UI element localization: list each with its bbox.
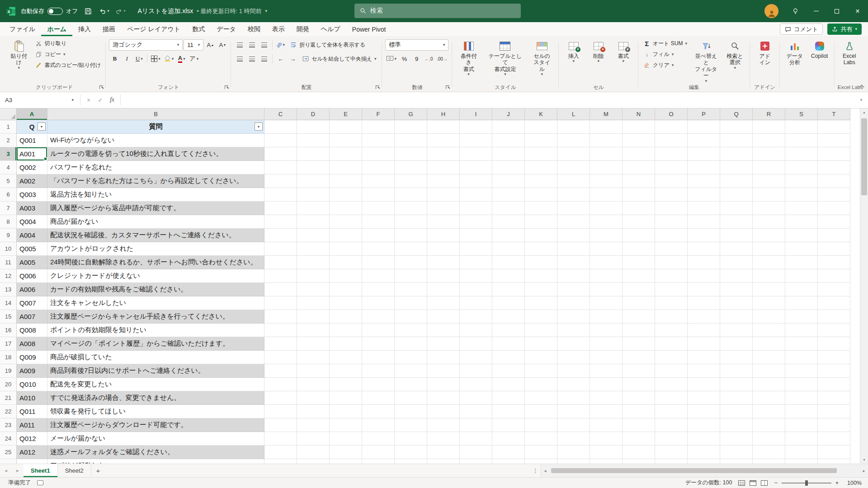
cell-C15[interactable] xyxy=(264,310,297,324)
cell-S16[interactable] xyxy=(785,324,818,337)
font-name-select[interactable]: 游ゴシック ▾ xyxy=(109,39,183,51)
cell-R14[interactable] xyxy=(753,296,785,310)
cell-K13[interactable] xyxy=(525,283,557,296)
conditional-formatting-button[interactable]: 条件付き 書式 ▾ xyxy=(455,38,482,76)
cell-R3[interactable] xyxy=(753,147,785,161)
formula-bar-expand-button[interactable]: ▾ xyxy=(854,98,868,102)
cell-C9[interactable] xyxy=(264,229,297,242)
cell-H19[interactable] xyxy=(427,364,460,378)
cell-R11[interactable] xyxy=(753,256,785,269)
row-header-15[interactable]: 15 xyxy=(0,310,17,324)
cell-D25[interactable] xyxy=(297,446,330,459)
cell-K16[interactable] xyxy=(525,324,557,337)
cell-N5[interactable] xyxy=(623,174,655,188)
increase-decimal-button[interactable]: ←.0 xyxy=(423,53,434,65)
cell-G15[interactable] xyxy=(395,310,427,324)
row-header-4[interactable]: 4 xyxy=(0,161,17,174)
font-dialog-launcher[interactable] xyxy=(225,85,229,89)
cell-D13[interactable] xyxy=(297,283,330,296)
cell-R19[interactable] xyxy=(753,364,785,378)
cell-G25[interactable] xyxy=(395,446,427,459)
row-header-12[interactable]: 12 xyxy=(0,269,17,283)
cell-T1[interactable] xyxy=(818,120,850,134)
tab-Power-Pivot[interactable]: Power Pivot xyxy=(346,22,392,36)
wrap-text-button[interactable]: 折り返して全体を表示する xyxy=(287,39,368,51)
page-break-view-button[interactable] xyxy=(761,480,768,486)
cell-Q4[interactable] xyxy=(720,161,753,174)
cell-O10[interactable] xyxy=(655,242,688,256)
tab-ページ-レイアウト[interactable]: ページ レイアウト xyxy=(121,22,186,36)
cell-T18[interactable] xyxy=(818,351,850,364)
cell-C20[interactable] xyxy=(264,378,297,391)
cell-S8[interactable] xyxy=(785,215,818,229)
cell-S21[interactable] xyxy=(785,391,818,405)
cell-N2[interactable] xyxy=(623,134,655,147)
excel-labs-button[interactable]: Excel Labs xyxy=(838,38,861,66)
cell-B4[interactable]: パスワードを忘れた xyxy=(47,161,264,174)
cell-G26[interactable] xyxy=(395,459,427,464)
cell-E5[interactable] xyxy=(330,174,362,188)
cell-S1[interactable] xyxy=(785,120,818,134)
cell-styles-button[interactable]: セルの スタイル ▾ xyxy=(528,38,556,76)
zoom-level[interactable]: 100% xyxy=(843,480,862,486)
select-all-button[interactable] xyxy=(0,108,17,120)
font-size-select[interactable]: 11 ▾ xyxy=(184,39,203,51)
share-button[interactable]: 共有 ▾ xyxy=(827,23,862,35)
tab-データ[interactable]: データ xyxy=(211,22,242,36)
cell-F21[interactable] xyxy=(362,391,395,405)
tab-校閲[interactable]: 校閲 xyxy=(242,22,266,36)
cell-T22[interactable] xyxy=(818,405,850,418)
cell-T4[interactable] xyxy=(818,161,850,174)
cell-I6[interactable] xyxy=(460,188,492,202)
cut-button[interactable]: 切り取り xyxy=(33,38,103,49)
document-title[interactable]: Aリストを追加.xlsx • 最終更新日時: 1 時間前 ▾ xyxy=(138,7,267,15)
row-header-17[interactable]: 17 xyxy=(0,337,17,351)
cell-A21[interactable]: A010 xyxy=(17,391,47,405)
cell-B16[interactable]: ポイントの有効期限を知りたい xyxy=(47,324,264,337)
cell-D17[interactable] xyxy=(297,337,330,351)
cell-F26[interactable] xyxy=(362,459,395,464)
cell-F19[interactable] xyxy=(362,364,395,378)
cell-N3[interactable] xyxy=(623,147,655,161)
cell-T8[interactable] xyxy=(818,215,850,229)
cell-C19[interactable] xyxy=(264,364,297,378)
cell-L11[interactable] xyxy=(557,256,590,269)
cell-I16[interactable] xyxy=(460,324,492,337)
cell-H8[interactable] xyxy=(427,215,460,229)
cell-D22[interactable] xyxy=(297,405,330,418)
cell-Q20[interactable] xyxy=(720,378,753,391)
cell-E25[interactable] xyxy=(330,446,362,459)
decrease-font-size-button[interactable]: A▾ xyxy=(217,39,228,51)
cell-R18[interactable] xyxy=(753,351,785,364)
cell-H9[interactable] xyxy=(427,229,460,242)
cell-E18[interactable] xyxy=(330,351,362,364)
column-header-L[interactable]: L xyxy=(557,108,590,120)
cell-T21[interactable] xyxy=(818,391,850,405)
cell-N12[interactable] xyxy=(623,269,655,283)
cell-H17[interactable] xyxy=(427,337,460,351)
cell-O26[interactable] xyxy=(655,459,688,464)
cell-H4[interactable] xyxy=(427,161,460,174)
ribbon-collapse-button[interactable] xyxy=(859,84,863,88)
cell-I7[interactable] xyxy=(460,202,492,215)
cell-H15[interactable] xyxy=(427,310,460,324)
cell-R10[interactable] xyxy=(753,242,785,256)
row-header-8[interactable]: 8 xyxy=(0,215,17,229)
cell-K10[interactable] xyxy=(525,242,557,256)
cell-E1[interactable] xyxy=(330,120,362,134)
cell-I9[interactable] xyxy=(460,229,492,242)
cell-Q13[interactable] xyxy=(720,283,753,296)
cell-B24[interactable]: メールが届かない xyxy=(47,432,264,446)
row-header-21[interactable]: 21 xyxy=(0,391,17,405)
cell-K23[interactable] xyxy=(525,418,557,432)
cell-P16[interactable] xyxy=(688,324,720,337)
cell-H7[interactable] xyxy=(427,202,460,215)
cell-Q17[interactable] xyxy=(720,337,753,351)
cell-C10[interactable] xyxy=(264,242,297,256)
cell-A14[interactable]: Q007 xyxy=(17,296,47,310)
cell-Q16[interactable] xyxy=(720,324,753,337)
cell-A6[interactable]: Q003 xyxy=(17,188,47,202)
column-header-F[interactable]: F xyxy=(362,108,395,120)
cell-C13[interactable] xyxy=(264,283,297,296)
cell-O16[interactable] xyxy=(655,324,688,337)
